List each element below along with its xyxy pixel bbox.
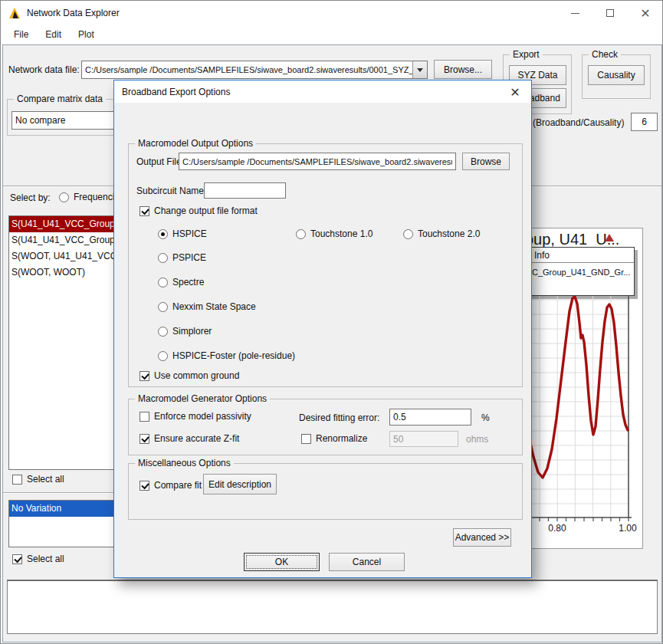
minimize-icon [571,13,579,14]
macromodel-output-options-group: Macromodel Output Options Output File: B… [128,143,523,387]
warning-triangle-icon [605,234,614,242]
cores-label: (Broadband/Causality) [533,117,624,128]
edit-description-button[interactable]: Edit description [203,474,277,495]
fitting-error-label: Desired fitting error: [299,412,379,423]
network-data-explorer-window: Network Data Explorer ✕ File Edit Plot N… [0,0,663,644]
radio-icon [158,302,168,312]
compare-fit-label: Compare fit [154,480,202,491]
checkbox-icon [139,434,149,444]
radio-icon [158,351,168,361]
fitting-error-input[interactable] [389,409,471,426]
cancel-button[interactable]: Cancel [329,553,405,571]
title-bar: Network Data Explorer ✕ [1,1,662,25]
menu-plot[interactable]: Plot [71,27,101,42]
renormalize-input [389,431,458,447]
network-file-value: C:/Users/sample /Documents/SAMPLEFILES/s… [82,61,412,78]
close-button[interactable]: ✕ [629,1,661,25]
plot-title: oup, U41_U... [525,231,640,248]
checkbox-icon [12,475,22,485]
export-group-label: Export [510,49,543,60]
cores-input[interactable] [631,113,658,131]
radio-icon [403,229,413,239]
checkbox-icon [139,412,149,422]
maximize-button[interactable] [594,1,626,25]
checkbox-icon [12,554,22,564]
radio-icon [158,327,168,337]
radio-label: Spectre [172,277,204,288]
group-label: Macromodel Generator Options [135,393,270,404]
checkbox-icon [139,371,149,381]
dialog-title: Broadband Export Options [122,87,230,97]
radio-icon [158,229,168,239]
radio-label: Touchstone 2.0 [418,228,480,239]
enforce-passivity-label: Enforce model passivity [154,411,251,422]
ensure-zfit-checkbox[interactable]: Ensure accurate Z-fit [139,433,239,444]
radio-icon [296,229,306,239]
minimize-button[interactable] [559,1,591,25]
message-log-area [7,580,658,634]
network-file-label: Network data file: [8,64,80,75]
renormalize-unit: ohms [466,434,488,445]
select-all-bottom-label: Select all [27,554,64,564]
combo-dropdown-button[interactable] [412,61,427,78]
select-all-top-checkbox[interactable]: Select all [12,474,64,485]
radio-label: HSPICE [172,228,207,239]
close-icon: ✕ [510,85,520,100]
menu-edit[interactable]: Edit [38,27,68,42]
format-radio-spectre[interactable]: Spectre [158,277,204,288]
checkbox-icon [139,206,149,216]
compare-fit-checkbox[interactable]: Compare fit [139,480,202,491]
radio-label: Simplorer [172,326,212,337]
advanced-button[interactable]: Advanced >> [453,528,511,547]
change-output-format-checkbox[interactable]: Change output file format [139,205,258,216]
browse-output-file-button[interactable]: Browse [462,153,510,170]
output-file-input[interactable] [179,153,456,170]
menu-file[interactable]: File [7,27,35,42]
radio-label: HSPICE-Foster (pole-residue) [172,350,295,361]
enforce-passivity-checkbox[interactable]: Enforce model passivity [139,411,251,422]
radio-label: Nexxim State Space [172,301,256,312]
checkbox-icon [139,481,149,491]
use-common-ground-checkbox[interactable]: Use common ground [139,370,239,381]
window-title: Network Data Explorer [27,8,120,18]
use-common-ground-label: Use common ground [154,370,239,381]
format-radio-simplorer[interactable]: Simplorer [158,326,212,337]
format-radio-pspice[interactable]: PSPICE [158,252,206,263]
check-causality-button[interactable]: Causality [588,65,645,85]
fitting-error-unit: % [481,412,490,423]
x-tick-label: 0.80 [536,523,579,534]
format-radio-touchstone20[interactable]: Touchstone 2.0 [403,228,480,239]
app-logo-icon [8,7,21,19]
format-radio-hspice-foster[interactable]: HSPICE-Foster (pole-residue) [158,350,295,361]
radio-icon [158,253,168,263]
browse-network-file-button[interactable]: Browse... [434,60,492,79]
subcircuit-name-input[interactable] [204,182,286,199]
ensure-zfit-label: Ensure accurate Z-fit [154,433,239,444]
plot-canvas [530,296,644,524]
compare-matrix-group-label: Compare matrix data [14,94,106,104]
miscellaneous-options-group: Miscellaneous Options Compare fit Edit d… [128,463,523,520]
renormalize-checkbox[interactable]: Renormalize [301,433,367,444]
checkbox-icon [301,434,311,444]
network-file-combo[interactable]: C:/Users/sample /Documents/SAMPLEFILES/s… [81,61,428,79]
group-label: Macromodel Output Options [135,138,256,149]
select-all-bottom-checkbox[interactable]: Select all [12,554,64,564]
renormalize-label: Renormalize [316,433,367,444]
radio-icon [59,192,69,202]
group-label: Miscellaneous Options [135,458,234,468]
x-tick-label: 1.00 [606,523,649,534]
broadband-export-options-dialog: Broadband Export Options ✕ Macromodel Ou… [113,80,532,578]
info-trace-name: C_Group_U41_GND_Gr... [530,263,634,281]
close-icon: ✕ [640,6,650,21]
radio-label: PSPICE [172,252,206,263]
dialog-close-button[interactable]: ✕ [505,83,525,101]
check-group-label: Check [589,49,621,60]
ok-button[interactable]: OK [244,553,320,571]
output-file-label: Output File: [136,156,184,167]
format-radio-hspice[interactable]: HSPICE [158,228,207,239]
radio-label: Touchstone 1.0 [310,228,373,239]
radio-icon [158,278,168,288]
format-radio-touchstone10[interactable]: Touchstone 1.0 [296,228,373,239]
format-radio-nexxim[interactable]: Nexxim State Space [158,301,256,312]
change-output-format-label: Change output file format [154,205,258,216]
